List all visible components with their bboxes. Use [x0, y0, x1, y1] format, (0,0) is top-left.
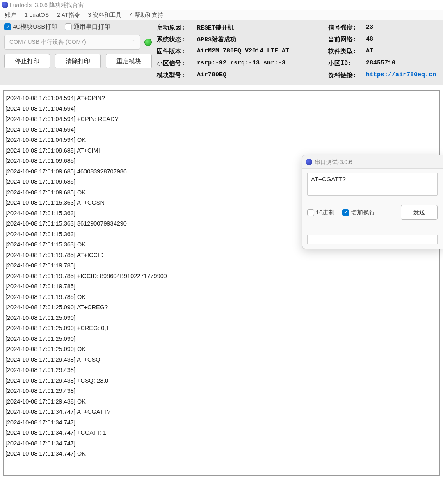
- value-signal-strength: 23: [366, 24, 439, 32]
- check-label: 通用串口打印: [73, 23, 110, 31]
- port-dropdown[interactable]: COM7 USB 串行设备 (COM7) ˅: [4, 35, 140, 50]
- log-output[interactable]: [2024-10-08 17:01:04.594] AT+CPIN?[2024-…: [3, 90, 440, 476]
- log-line: [2024-10-08 17:01:29.438] +CSQ: 23,0: [5, 376, 438, 386]
- log-line: [2024-10-08 17:01:34.747] +CGATT: 1: [5, 428, 438, 438]
- menu-at[interactable]: 2 AT指令: [57, 11, 80, 18]
- popup-titlebar[interactable]: 串口测试-3.0.6: [302, 155, 443, 169]
- value-cell-signal: rsrp:-92 rsrq:-13 snr:-3: [197, 59, 323, 67]
- check-label: 增加换行: [351, 209, 375, 217]
- label-sw-type: 软件类型:: [328, 48, 362, 55]
- send-button[interactable]: 发送: [401, 205, 438, 220]
- menu-help[interactable]: 4 帮助和支持: [130, 11, 163, 18]
- checkbox-icon: [342, 209, 349, 216]
- doc-link[interactable]: https://air780eq.cn: [366, 71, 436, 78]
- chevron-down-icon: ˅: [132, 39, 135, 46]
- toolbar-panel: 4G模块USB打印 通用串口打印 COM7 USB 串行设备 (COM7) ˅ …: [0, 20, 443, 85]
- value-network: 4G: [366, 36, 439, 43]
- label-sys-state: 系统状态:: [157, 36, 193, 43]
- log-line: [2024-10-08 17:01:29.438]: [5, 386, 438, 397]
- serial-command-input[interactable]: [307, 173, 438, 196]
- clear-print-button[interactable]: 清除打印: [55, 54, 101, 68]
- log-line: [2024-10-08 17:01:09.685] AT+CIMI: [5, 146, 438, 156]
- log-line: [2024-10-08 17:01:19.785] OK: [5, 292, 438, 303]
- log-line: [2024-10-08 17:01:34.747] OK: [5, 449, 438, 459]
- log-line: [2024-10-08 17:01:25.090]: [5, 313, 438, 324]
- status-led-icon: [144, 39, 152, 46]
- label-model: 模块型号:: [157, 71, 193, 79]
- log-line: [2024-10-08 17:01:04.594] +CPIN: READY: [5, 114, 438, 125]
- window-title: Luatools_3.0.6 降功耗找合宙: [10, 0, 84, 10]
- checkbox-icon: [4, 23, 11, 30]
- status-info-right: 信号强度: 23 当前网络: 4G 软件类型: AT 小区ID: 2845571…: [328, 23, 439, 80]
- port-label: COM7 USB 串行设备 (COM7): [9, 39, 86, 46]
- log-line: [2024-10-08 17:01:25.090] OK: [5, 344, 438, 355]
- log-line: [2024-10-08 17:01:29.438] OK: [5, 397, 438, 407]
- check-label: 16进制: [316, 209, 335, 217]
- value-fw-version: AirM2M_780EQ_V2014_LTE_AT: [197, 48, 323, 55]
- window-titlebar: Luatools_3.0.6 降功耗找合宙: [0, 0, 443, 10]
- log-line: [2024-10-08 17:01:29.438] AT+CSQ: [5, 355, 438, 365]
- log-line: [2024-10-08 17:01:25.090] AT+CREG?: [5, 302, 438, 313]
- value-boot-reason: RESET键开机: [197, 24, 323, 32]
- log-line: [2024-10-08 17:01:19.785]: [5, 260, 438, 271]
- value-sw-type: AT: [366, 48, 439, 55]
- restart-module-button[interactable]: 重启模块: [106, 54, 152, 68]
- log-line: [2024-10-08 17:01:34.747]: [5, 438, 438, 449]
- check-label: 4G模块USB打印: [13, 23, 57, 31]
- menubar: 账户 1 LuatOS 2 AT指令 3 资料和工具 4 帮助和支持: [0, 10, 443, 20]
- menu-docs-tools[interactable]: 3 资料和工具: [88, 11, 122, 18]
- log-line: [2024-10-08 17:01:19.785] AT+ICCID: [5, 250, 438, 261]
- check-serial-print[interactable]: 通用串口打印: [65, 23, 110, 31]
- log-line: [2024-10-08 17:01:04.594]: [5, 104, 438, 114]
- label-fw-version: 固件版本:: [157, 48, 193, 55]
- value-cell-id: 28455710: [366, 59, 439, 67]
- toolbar-left: 4G模块USB打印 通用串口打印 COM7 USB 串行设备 (COM7) ˅ …: [4, 23, 152, 80]
- log-line: [2024-10-08 17:01:34.747] AT+CGATT?: [5, 407, 438, 417]
- check-add-newline[interactable]: 增加换行: [342, 209, 375, 217]
- check-hex[interactable]: 16进制: [307, 209, 335, 217]
- menu-luatos[interactable]: 1 LuatOS: [25, 11, 49, 18]
- checkbox-icon: [307, 209, 314, 216]
- log-line: [2024-10-08 17:01:19.785]: [5, 281, 438, 292]
- status-info-mid: 启动原因: RESET键开机 系统状态: GPRS附着成功 固件版本: AirM…: [157, 23, 323, 80]
- menu-account[interactable]: 账户: [5, 11, 16, 18]
- stop-print-button[interactable]: 停止打印: [4, 54, 50, 68]
- log-line: [2024-10-08 17:01:19.785] +ICCID: 898604…: [5, 271, 438, 282]
- app-icon: [2, 2, 8, 8]
- log-line: [2024-10-08 17:01:04.594]: [5, 125, 438, 135]
- serial-test-popup: 串口测试-3.0.6 16进制 增加换行 发送: [302, 155, 443, 249]
- label-network: 当前网络:: [328, 36, 362, 43]
- label-boot-reason: 启动原因:: [157, 24, 193, 32]
- checkbox-icon: [65, 23, 72, 30]
- app-icon: [306, 159, 312, 165]
- label-cell-id: 小区ID:: [328, 59, 362, 67]
- serial-output-input[interactable]: [307, 235, 438, 244]
- log-line: [2024-10-08 17:01:04.594] AT+CPIN?: [5, 93, 438, 104]
- label-cell-signal: 小区信号:: [157, 59, 193, 67]
- log-line: [2024-10-08 17:01:04.594] OK: [5, 135, 438, 146]
- popup-title: 串口测试-3.0.6: [315, 155, 352, 169]
- value-sys-state: GPRS附着成功: [197, 36, 323, 43]
- log-line: [2024-10-08 17:01:34.747]: [5, 417, 438, 428]
- log-line: [2024-10-08 17:01:29.438]: [5, 365, 438, 376]
- label-signal-strength: 信号强度:: [328, 24, 362, 32]
- log-line: [2024-10-08 17:01:25.090]: [5, 334, 438, 344]
- check-4g-usb-print[interactable]: 4G模块USB打印: [4, 23, 57, 31]
- label-doc-link: 资料链接:: [328, 71, 362, 79]
- log-line: [2024-10-08 17:01:25.090] +CREG: 0,1: [5, 323, 438, 334]
- value-model: Air780EQ: [197, 71, 323, 79]
